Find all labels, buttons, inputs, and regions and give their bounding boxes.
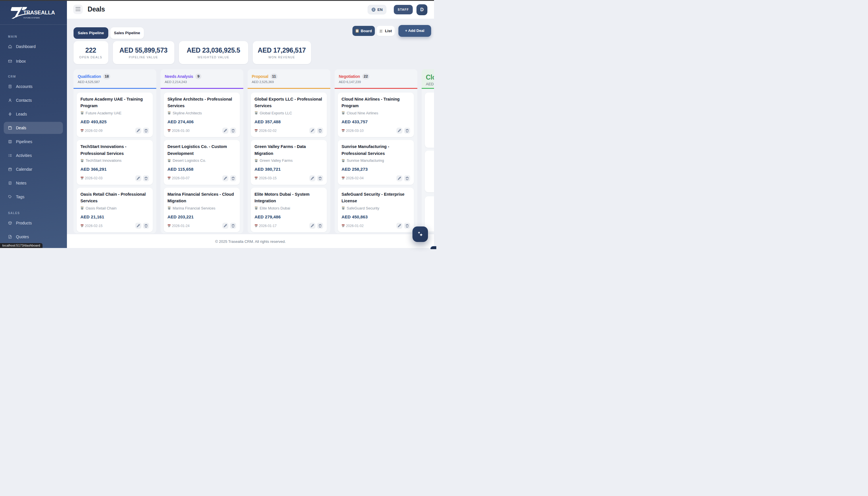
svg-text:17: 17	[255, 225, 257, 227]
svg-text:17: 17	[81, 130, 83, 132]
svg-text:17: 17	[168, 178, 170, 180]
svg-text:17: 17	[168, 130, 170, 132]
svg-text:17: 17	[255, 178, 257, 180]
svg-text:17: 17	[342, 225, 344, 227]
svg-text:17: 17	[342, 130, 344, 132]
svg-text:17: 17	[81, 178, 83, 180]
svg-text:17: 17	[168, 225, 170, 227]
svg-text:17: 17	[81, 225, 83, 227]
svg-text:17: 17	[342, 178, 344, 180]
svg-text:17: 17	[255, 130, 257, 132]
